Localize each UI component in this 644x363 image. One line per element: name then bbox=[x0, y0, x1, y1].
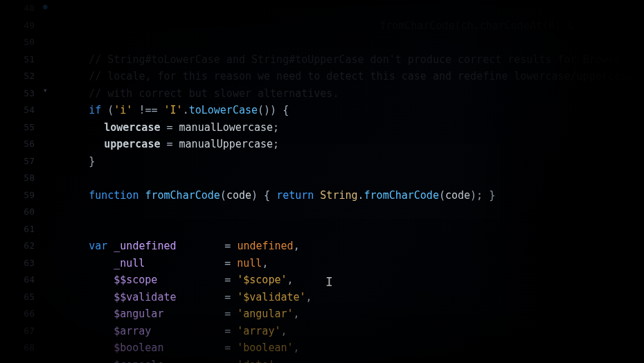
code-line[interactable]: fromCharCode(ch.charCodeAt(0) & … bbox=[51, 0, 644, 17]
line-number: 60 bbox=[0, 204, 35, 221]
text-cursor-icon: I bbox=[325, 274, 327, 288]
line-number: 62 bbox=[0, 238, 35, 255]
code-line[interactable]: // locale, for this reason we need to de… bbox=[51, 51, 644, 69]
code-line[interactable]: // String#toLowerCase and String#toUpper… bbox=[51, 34, 644, 51]
line-number: 53 bbox=[0, 85, 35, 103]
line-number: 68 bbox=[0, 339, 35, 357]
line-number: 67 bbox=[0, 323, 35, 340]
line-number: 63 bbox=[0, 255, 35, 272]
line-number: 58 bbox=[0, 170, 35, 187]
line-number: 51 bbox=[0, 51, 35, 69]
line-number: 55 bbox=[0, 119, 35, 136]
keyword-if: if bbox=[89, 104, 101, 116]
line-number: 49 bbox=[0, 17, 35, 35]
code-editor[interactable]: 48 49 50 51 52 53 54 55 56 57 58 59 60 6… bbox=[0, 0, 644, 363]
line-number: 59 bbox=[0, 187, 35, 204]
fold-chevron-icon[interactable]: ▾ bbox=[43, 86, 50, 95]
line-number: 48 bbox=[0, 0, 35, 17]
code-line[interactable]: function fromCharCode(code) { return Str… bbox=[51, 170, 644, 187]
line-number: 50 bbox=[0, 34, 35, 51]
line-number: 64 bbox=[0, 272, 35, 289]
line-number: 65 bbox=[0, 289, 35, 306]
code-line[interactable] bbox=[51, 153, 644, 170]
line-number: 52 bbox=[0, 68, 35, 85]
line-number: 57 bbox=[0, 153, 35, 170]
code-line[interactable]: // with correct but slower alternatives. bbox=[51, 68, 644, 85]
keyword-var: var bbox=[89, 240, 107, 252]
line-number: 66 bbox=[0, 306, 35, 323]
line-number: 61 bbox=[0, 221, 35, 238]
code-area[interactable]: fromCharCode(ch.charCodeAt(0) & … // Str… bbox=[51, 0, 644, 357]
code-line[interactable]: var _undefined= undefined, bbox=[51, 221, 644, 238]
line-number: 56 bbox=[0, 136, 35, 153]
gutter: 48 49 50 51 52 53 54 55 56 57 58 59 60 6… bbox=[0, 0, 42, 363]
keyword-function: function bbox=[89, 189, 138, 202]
bookmark-icon[interactable]: ● bbox=[43, 2, 48, 11]
code-line[interactable] bbox=[51, 204, 644, 221]
line-number: 54 bbox=[0, 102, 35, 119]
code-fragment: fromCharCode(ch.charCodeAt(0) & … bbox=[379, 19, 586, 32]
